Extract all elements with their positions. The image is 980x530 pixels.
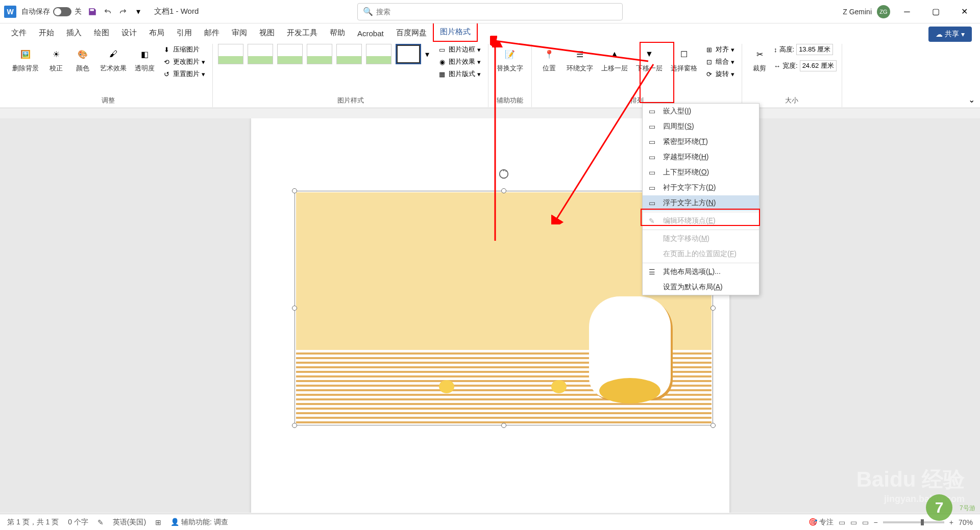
rotate-icon: ⟳	[704, 69, 714, 79]
transparency-button[interactable]: ◧ 透明度	[132, 44, 158, 74]
picture-layout-button[interactable]: ▦图片版式 ▾	[435, 68, 483, 80]
corrections-button[interactable]: ☀ 校正	[44, 44, 68, 74]
search-box[interactable]: 🔍	[357, 3, 623, 20]
tab-home[interactable]: 开始	[33, 24, 60, 42]
resize-handle[interactable]	[501, 423, 506, 428]
word-count[interactable]: 0 个字	[68, 518, 88, 527]
style-thumb-7[interactable]	[396, 44, 421, 64]
change-icon: ⟲	[162, 57, 171, 66]
resize-handle[interactable]	[710, 306, 716, 311]
search-icon: 🔍	[363, 7, 373, 16]
wrap-behind[interactable]: ▭衬于文字下方(D)	[643, 180, 759, 195]
maximize-button[interactable]: ▢	[924, 4, 947, 20]
style-thumb-5[interactable]	[336, 44, 362, 64]
wrap-through[interactable]: ▭穿越型环绕(H)	[643, 149, 759, 165]
style-thumb-4[interactable]	[307, 44, 332, 64]
resize-handle[interactable]	[292, 188, 297, 193]
more-layout-options[interactable]: ☰其他布局选项(L)...	[643, 264, 759, 280]
tab-layout[interactable]: 布局	[143, 24, 170, 42]
resize-handle[interactable]	[292, 423, 297, 428]
style-thumb-2[interactable]	[248, 44, 273, 64]
avatar[interactable]: ZG	[877, 5, 890, 18]
artistic-button[interactable]: 🖌 艺术效果	[97, 44, 130, 74]
send-backward-button[interactable]: ▼ 下移一层	[633, 44, 666, 74]
tab-developer[interactable]: 开发工具	[281, 24, 324, 42]
remove-background-button[interactable]: 🖼️ 删除背景	[9, 44, 42, 74]
wrap-inline[interactable]: ▭嵌入型(I)	[643, 104, 759, 119]
picture-style-gallery[interactable]: ▾	[218, 44, 429, 64]
color-button[interactable]: 🎨 颜色	[70, 44, 95, 74]
wrap-icon: ☰	[572, 46, 588, 62]
resize-handle[interactable]	[292, 306, 297, 311]
edit-wrap-icon: ✎	[649, 217, 658, 225]
crop-button[interactable]: ✂ 裁剪	[747, 44, 772, 74]
document-canvas[interactable]	[0, 118, 980, 513]
tab-review[interactable]: 审阅	[226, 24, 253, 42]
alt-text-button[interactable]: 📝 替换文字	[494, 44, 526, 74]
fix-on-page: 在页面上的位置固定(F)	[643, 246, 759, 262]
display-settings-icon[interactable]: ⊞	[155, 518, 161, 526]
spellcheck-icon[interactable]: ✎	[97, 518, 104, 526]
tab-acrobat[interactable]: Acrobat	[351, 25, 390, 42]
style-thumb-6[interactable]	[366, 44, 391, 64]
search-input[interactable]	[376, 8, 617, 16]
style-thumb-1[interactable]	[218, 44, 243, 64]
width-input[interactable]	[800, 60, 837, 71]
tab-insert[interactable]: 插入	[60, 24, 88, 42]
game-site-watermark: 77号游戏网	[919, 492, 975, 525]
close-button[interactable]: ✕	[952, 4, 976, 20]
tab-baidu[interactable]: 百度网盘	[390, 24, 433, 42]
tab-view[interactable]: 视图	[253, 24, 281, 42]
wrap-square[interactable]: ▭四周型(S)	[643, 119, 759, 134]
zoom-out-button[interactable]: −	[874, 518, 878, 526]
redo-button[interactable]	[117, 6, 129, 17]
ribbon-collapse-icon[interactable]: ⌄	[968, 95, 975, 105]
picture-effects-button[interactable]: ◉图片效果 ▾	[435, 56, 483, 67]
wrap-tight[interactable]: ▭紧密型环绕(T)	[643, 134, 759, 149]
position-button[interactable]: 📍 位置	[537, 44, 561, 74]
save-button[interactable]	[87, 6, 98, 17]
wrap-tight-icon: ▭	[649, 138, 658, 146]
tab-mail[interactable]: 邮件	[198, 24, 226, 42]
set-default-layout[interactable]: 设置为默认布局(A)	[643, 280, 759, 295]
share-button[interactable]: ☁ 共享 ▾	[928, 27, 972, 42]
rotate-button[interactable]: ⟳旋转 ▾	[702, 68, 737, 80]
minimize-button[interactable]: ─	[895, 4, 919, 20]
tab-draw[interactable]: 绘图	[88, 24, 115, 42]
color-icon: 🎨	[75, 46, 91, 62]
compress-picture-button[interactable]: ⬇压缩图片	[160, 44, 207, 55]
wrap-infront[interactable]: ▭浮于文字上方(N)	[643, 195, 759, 211]
height-input[interactable]	[796, 44, 833, 55]
print-layout-icon[interactable]: ▭	[850, 518, 857, 526]
tab-file[interactable]: 文件	[5, 24, 33, 42]
selection-pane-button[interactable]: ☐ 选择窗格	[668, 44, 700, 74]
picture-border-button[interactable]: ▭图片边框 ▾	[435, 44, 483, 55]
language-status[interactable]: 英语(美国)	[113, 518, 146, 527]
focus-mode[interactable]: 🎯 专注	[808, 518, 834, 527]
qat-customize-icon[interactable]: ▾	[133, 6, 144, 17]
page-status[interactable]: 第 1 页，共 1 页	[7, 518, 59, 527]
accessibility-status[interactable]: 👤 辅助功能: 调查	[170, 518, 228, 527]
resize-handle[interactable]	[710, 423, 716, 428]
undo-button[interactable]	[102, 6, 113, 17]
wrap-topbottom[interactable]: ▭上下型环绕(O)	[643, 165, 759, 180]
tab-references[interactable]: 引用	[170, 24, 198, 42]
autosave-toggle[interactable]	[53, 7, 71, 16]
align-button[interactable]: ⊞对齐 ▾	[702, 44, 737, 55]
tab-picture-format[interactable]: 图片格式	[433, 22, 478, 42]
tab-help[interactable]: 帮助	[324, 24, 351, 42]
web-layout-icon[interactable]: ▭	[862, 518, 869, 526]
read-mode-icon[interactable]: ▭	[839, 518, 845, 526]
change-picture-button[interactable]: ⟲更改图片 ▾	[160, 56, 207, 67]
svg-text:7号游戏网: 7号游戏网	[960, 504, 975, 512]
bring-forward-button[interactable]: ▲ 上移一层	[598, 44, 631, 74]
resize-handle[interactable]	[501, 188, 506, 193]
gallery-more-icon[interactable]: ▾	[425, 49, 429, 59]
move-with-text: 随文字移动(M)	[643, 231, 759, 246]
wrap-text-button[interactable]: ☰ 环绕文字	[564, 44, 596, 74]
style-thumb-3[interactable]	[277, 44, 303, 64]
rotate-handle[interactable]	[498, 168, 509, 180]
group-button[interactable]: ⊡组合 ▾	[702, 56, 737, 67]
tab-design[interactable]: 设计	[115, 24, 143, 42]
reset-picture-button[interactable]: ↺重置图片 ▾	[160, 68, 207, 80]
